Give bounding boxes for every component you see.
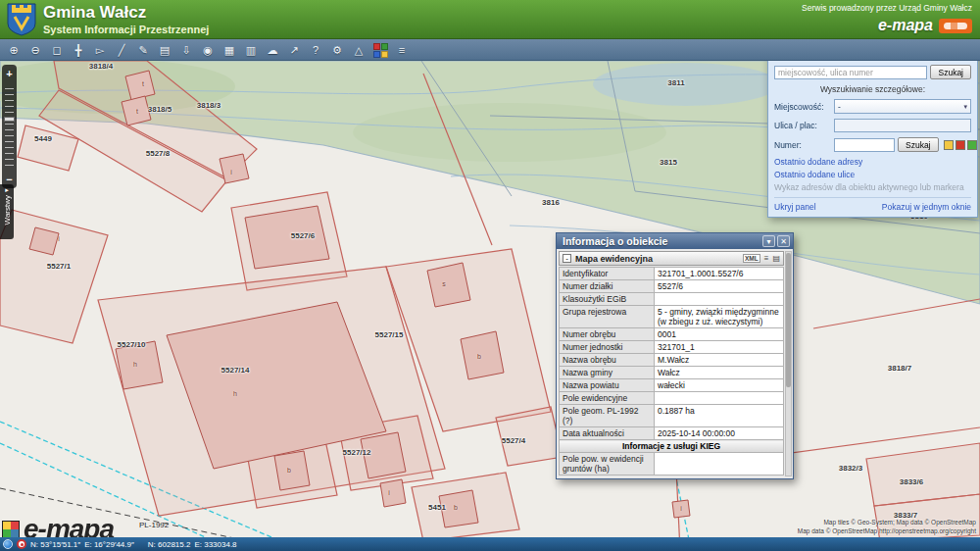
site-subtitle: System Informacji Przestrzennej (43, 24, 209, 35)
attribute-table-icon[interactable]: ▦ (220, 41, 239, 59)
layers-tab[interactable]: ▸ Warstwy (0, 184, 14, 239)
info-label: Numer działki (560, 280, 655, 293)
crosshair-icon[interactable] (17, 539, 26, 549)
measure-line-icon[interactable]: ╱ (112, 41, 131, 59)
info-row: Klasoużytki EGiB (560, 293, 784, 306)
info-value: 5527/6 (655, 280, 784, 293)
search-panel: WspółrzędneAdresyPlanyDziałkiObiekty ✕ S… (767, 44, 978, 218)
zoom-in-button[interactable]: + (2, 67, 17, 80)
section-title: Mapa ewidencyjna (575, 254, 743, 264)
hide-panel-link[interactable]: Ukryj panel (774, 202, 816, 212)
info-label: Identyfikator (560, 268, 655, 280)
street-label: Ulica / plac: (774, 121, 831, 130)
kieg-section-button[interactable]: Informacje z usługi KIEG (560, 440, 784, 453)
object-info-window: Informacja o obiekcie ▾ ✕ - Mapa ewidenc… (556, 232, 794, 479)
section-header[interactable]: - Mapa ewidencyjna XML ≡ ▤ (559, 251, 784, 266)
zoom-out-icon[interactable]: ⊖ (25, 41, 45, 59)
zoom-slider[interactable] (5, 83, 14, 170)
info-value: 2025-10-14 00:00:00 (655, 427, 784, 440)
marker-color-1[interactable] (956, 140, 965, 150)
info-row: Nazwa gminyWałcz (560, 367, 784, 379)
info-label: Numer jednostki (560, 341, 655, 354)
crs-label: PL-1992 (139, 521, 169, 529)
info-row: Pole ewidencyjne (560, 392, 784, 405)
minimize-button[interactable]: ▾ (762, 235, 775, 247)
recent-addresses-link[interactable]: Ostatnio dodane adresy (774, 157, 971, 167)
zoom-window-icon[interactable]: ◻ (47, 41, 67, 59)
site-title: Gmina Wałcz (43, 3, 209, 23)
share-icon[interactable]: ↗ (284, 41, 304, 59)
help-icon[interactable]: ? (306, 41, 325, 59)
info-window-titlebar[interactable]: Informacja o obiekcie ▾ ✕ (557, 233, 793, 249)
map-attribution: Map tiles © Geo-System; Map data © OpenS… (798, 519, 976, 536)
city-label: Miejscowość: (774, 102, 831, 112)
info-label: Data aktualności (560, 427, 655, 440)
xml-icon[interactable]: XML (743, 254, 760, 263)
zoom-in-icon[interactable]: ⊕ (4, 41, 24, 59)
info-value: 5 - gminy, związki międzygminne (w zbieg… (655, 306, 784, 328)
info-row: Informacje z usługi KIEG (560, 440, 784, 453)
windows-icon[interactable]: ▥ (241, 41, 261, 59)
info-scrollbar[interactable] (785, 251, 792, 476)
clouds-icon[interactable]: ☁ (263, 41, 282, 59)
info-value (655, 293, 784, 306)
info-row: Grupa rejestrowa5 - gminy, związki międz… (560, 306, 784, 328)
print-icon[interactable]: ▤ (772, 254, 780, 263)
info-value: 321701_1 (655, 341, 784, 354)
address-search-input[interactable] (774, 66, 927, 79)
info-row: Pole geom. PL-1992 (?)0.1887 ha (560, 405, 784, 427)
zoom-slider-handle[interactable] (4, 117, 15, 122)
attribution-line: Map tiles © Geo-System; Map data © OpenS… (798, 519, 976, 527)
number-search-button[interactable]: Szukaj (898, 137, 939, 152)
info-label: Numer obrębu (560, 328, 655, 341)
settings-icon[interactable]: ⚙ (327, 41, 347, 59)
profile-icon[interactable]: ≡ (392, 41, 412, 59)
draw-icon[interactable]: ✎ (133, 41, 153, 59)
address-list-disabled-link: Wykaz adresów dla obiektu aktywnego lub … (774, 182, 971, 192)
northing-readout: N: 602815.2 (148, 540, 191, 549)
info-label: Pole ewidencyjne (560, 392, 655, 405)
info-label: Nazwa obrębu (560, 354, 655, 367)
info-row: Numer działki5527/6 (560, 280, 784, 293)
list-icon[interactable]: ≡ (764, 254, 769, 263)
info-row: Numer jednostki321701_1 (560, 341, 784, 354)
info-value (655, 453, 784, 476)
latitude-readout: N: 53°15′51.1″ (30, 540, 80, 549)
print-icon[interactable]: ▤ (155, 41, 174, 59)
number-label: Numer: (774, 140, 831, 150)
marker-color-2[interactable] (967, 140, 977, 150)
info-row: Nazwa obrębuM.Wałcz (560, 354, 784, 367)
search-button[interactable]: Szukaj (930, 65, 971, 79)
zoom-control: + − (2, 65, 17, 188)
scrollbar-thumb[interactable] (786, 253, 791, 387)
layers-tab-label: Warstwy (3, 195, 12, 225)
number-input[interactable] (834, 138, 895, 152)
single-window-link[interactable]: Pokazuj w jednym oknie (882, 202, 971, 212)
city-select[interactable]: - ▾ (834, 99, 971, 114)
info-value: 0.1887 ha (655, 405, 784, 427)
longitude-readout: E: 16°29′44.9″ (84, 540, 134, 549)
chevron-down-icon: ▾ (963, 103, 967, 111)
info-label: Pole geom. PL-1992 (?) (560, 405, 655, 427)
info-label: Pole pow. w ewidencji gruntów (ha) (560, 453, 655, 476)
pan-icon[interactable]: ╋ (69, 41, 88, 59)
info-label: Klasoużytki EGiB (560, 293, 655, 306)
info-table-body: Identyfikator321701_1.0001.5527/6Numer d… (560, 268, 784, 476)
marker-icon[interactable]: ◉ (198, 41, 218, 59)
recent-streets-link[interactable]: Ostatnio dodane ulice (774, 170, 971, 179)
select-arrow-icon[interactable]: ▻ (90, 41, 110, 59)
legend-icon[interactable] (370, 41, 390, 59)
close-button[interactable]: ✕ (777, 235, 790, 247)
warning-icon[interactable]: △ (349, 41, 368, 59)
collapse-icon[interactable]: - (563, 254, 571, 263)
globe-icon[interactable] (3, 539, 13, 549)
marker-color-0[interactable] (944, 140, 954, 150)
street-input[interactable] (834, 119, 971, 132)
emapa-logo[interactable]: e-mapa (878, 17, 933, 34)
easting-readout: E: 333034.8 (194, 540, 236, 549)
export-icon[interactable]: ⇩ (176, 41, 196, 59)
osm-logo[interactable] (939, 19, 972, 33)
statusbar: N: 53°15′51.1″ E: 16°29′44.9″ N: 602815.… (0, 537, 980, 551)
header: Gmina Wałcz System Informacji Przestrzen… (0, 0, 980, 39)
info-window-title: Informacja o obiekcie (563, 235, 760, 247)
